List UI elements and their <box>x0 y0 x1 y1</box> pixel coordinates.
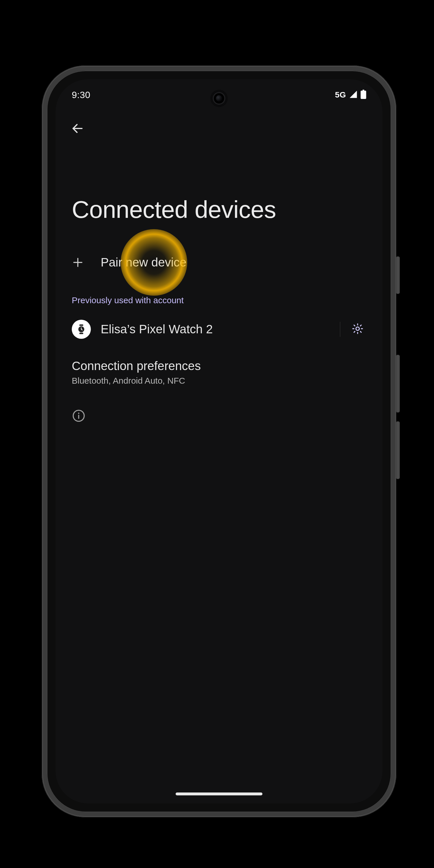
stage: 9:30 5G <box>0 0 434 868</box>
svg-rect-1 <box>361 91 366 99</box>
svg-rect-6 <box>79 333 83 334</box>
svg-point-9 <box>356 327 359 331</box>
gear-icon <box>351 322 364 336</box>
hardware-volume-up[interactable] <box>396 355 400 412</box>
svg-rect-5 <box>79 324 83 326</box>
connection-preferences-title: Connection preferences <box>72 359 201 373</box>
info-row[interactable] <box>56 394 382 438</box>
svg-point-12 <box>78 412 79 414</box>
status-right-cluster: 5G <box>335 90 366 100</box>
hardware-power-button[interactable] <box>396 256 400 294</box>
gesture-nav-bar[interactable] <box>176 793 262 795</box>
svg-rect-0 <box>363 90 364 91</box>
battery-icon <box>361 90 366 100</box>
status-time: 9:30 <box>72 90 90 100</box>
page-title: Connected devices <box>56 141 382 247</box>
back-button[interactable] <box>66 118 89 141</box>
watch-icon <box>72 320 91 339</box>
cell-signal-icon <box>349 90 358 100</box>
device-row-pixel-watch[interactable]: Elisa’s Pixel Watch 2 <box>56 311 382 347</box>
previously-used-section-label: Previously used with account <box>56 278 382 311</box>
hardware-volume-down[interactable] <box>396 421 400 479</box>
connection-preferences-subtitle: Bluetooth, Android Auto, NFC <box>72 376 366 386</box>
info-icon <box>72 418 86 424</box>
back-arrow-icon <box>71 122 84 136</box>
toolbar <box>56 111 382 141</box>
front-camera <box>213 92 225 105</box>
device-settings-button[interactable] <box>349 320 366 338</box>
pair-new-device-label: Pair new device <box>101 255 366 269</box>
connection-preferences-row[interactable]: Connection preferences Bluetooth, Androi… <box>56 347 382 394</box>
device-name-label: Elisa’s Pixel Watch 2 <box>101 322 340 336</box>
phone-frame: 9:30 5G <box>42 65 396 817</box>
device-row-divider <box>340 322 340 337</box>
phone-bezel: 9:30 5G <box>47 71 391 812</box>
pair-new-device-row[interactable]: Pair new device <box>56 247 382 278</box>
status-network-label: 5G <box>335 90 346 99</box>
screen: 9:30 5G <box>56 79 382 804</box>
plus-icon <box>72 256 101 269</box>
